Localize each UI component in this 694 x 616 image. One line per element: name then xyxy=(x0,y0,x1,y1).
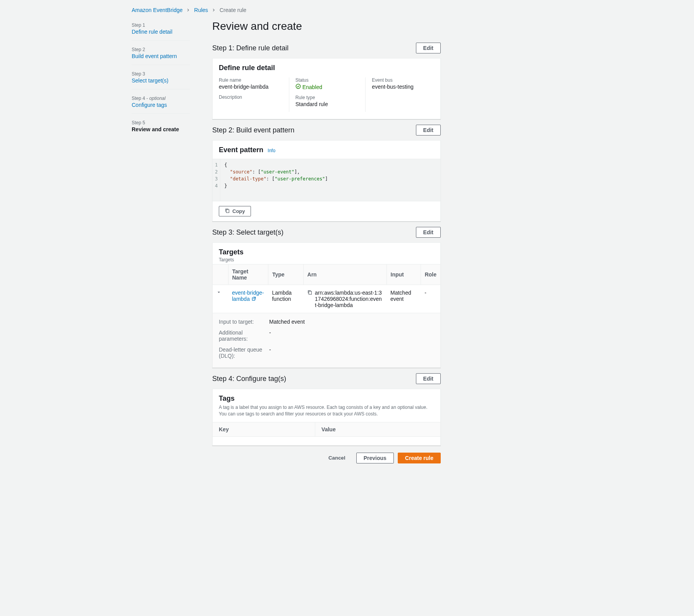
additional-params-value: - xyxy=(269,329,271,342)
col-type: Type xyxy=(268,264,303,285)
code-gutter: 1 2 3 4 xyxy=(213,159,220,201)
chevron-right-icon xyxy=(212,7,216,13)
copy-button[interactable]: Copy xyxy=(219,206,251,216)
status-value: Enabled xyxy=(295,84,358,90)
wizard-actions: Cancel Previous Create rule xyxy=(212,453,441,463)
target-name-link[interactable]: event-bridge-lambda xyxy=(232,290,264,302)
target-role: - xyxy=(421,285,440,313)
info-link[interactable]: Info xyxy=(268,148,275,153)
step2-heading: Step 2: Build event pattern xyxy=(212,126,294,134)
step-num: Step 5 xyxy=(132,120,190,125)
target-type: Lambda function xyxy=(268,285,303,313)
panel-tags: Tags A tag is a label that you assign to… xyxy=(212,389,441,446)
dlq-value: - xyxy=(269,347,271,359)
input-to-target-label: Input to target: xyxy=(219,319,269,325)
cancel-button[interactable]: Cancel xyxy=(321,453,352,463)
col-key: Key xyxy=(213,422,315,436)
sidebar-item-configure-tags[interactable]: Configure tags xyxy=(132,102,190,108)
page-title: Review and create xyxy=(212,20,441,33)
rule-name-label: Rule name xyxy=(219,77,281,83)
previous-button[interactable]: Previous xyxy=(356,453,394,463)
svg-rect-1 xyxy=(226,209,229,213)
target-input: Matched event xyxy=(387,285,421,313)
event-bus-value: event-bus-testing xyxy=(372,84,434,90)
sidebar-item-select-targets[interactable]: Select target(s) xyxy=(132,77,190,84)
main-content: Review and create Step 1: Define rule de… xyxy=(212,20,441,463)
input-to-target-value: Matched event xyxy=(269,319,305,325)
panel-subtitle: Targets xyxy=(219,257,434,263)
sidebar-item-define-rule-detail[interactable]: Define rule detail xyxy=(132,29,190,35)
breadcrumb-current: Create rule xyxy=(220,7,246,13)
status-label: Status xyxy=(295,77,358,83)
description-label: Description xyxy=(219,94,281,100)
svg-rect-2 xyxy=(309,291,311,294)
check-circle-icon xyxy=(295,84,301,90)
dlq-label: Dead-letter queue (DLQ): xyxy=(219,347,269,359)
rule-name-value: event-bridge-lambda xyxy=(219,84,281,90)
targets-table: Target Name Type Arn Input Role xyxy=(213,264,440,313)
target-arn: arn:aws:lambda:us-east-1:317426968024:fu… xyxy=(315,290,383,308)
panel-define-rule-detail: Define rule detail Rule name event-bridg… xyxy=(212,58,441,119)
col-target-name: Target Name xyxy=(228,264,268,285)
event-bus-label: Event bus xyxy=(372,77,434,83)
create-rule-button[interactable]: Create rule xyxy=(398,453,441,463)
col-arn: Arn xyxy=(303,264,387,285)
step-num: Step 2 xyxy=(132,47,190,52)
panel-title: Define rule detail xyxy=(219,64,434,72)
edit-step4-button[interactable]: Edit xyxy=(416,373,441,384)
expand-row-toggle[interactable] xyxy=(216,290,221,296)
rule-type-label: Rule type xyxy=(295,95,358,100)
panel-targets: Targets Targets Target Name Type Arn Inp… xyxy=(212,242,441,368)
tags-description: A tag is a label that you assign to an A… xyxy=(219,404,434,417)
step-num: Step 4 - optional xyxy=(132,96,190,101)
step4-heading: Step 4: Configure tag(s) xyxy=(212,375,286,383)
breadcrumb-link-rules[interactable]: Rules xyxy=(194,7,208,13)
step-num: Step 3 xyxy=(132,71,190,77)
edit-step2-button[interactable]: Edit xyxy=(416,125,441,136)
target-details: Input to target: Matched event Additiona… xyxy=(213,313,440,367)
col-input: Input xyxy=(387,264,421,285)
caret-down-icon xyxy=(216,290,221,295)
step-num: Step 1 xyxy=(132,22,190,28)
code-content: { "source": ["user-event"], "detail-type… xyxy=(220,159,332,201)
wizard-sidebar: Step 1 Define rule detail Step 2 Build e… xyxy=(132,20,190,463)
panel-title: Targets xyxy=(219,248,434,256)
edit-step3-button[interactable]: Edit xyxy=(416,227,441,238)
external-link-icon xyxy=(251,296,256,302)
panel-title: Tags xyxy=(219,395,434,403)
panel-title: Event pattern Info xyxy=(219,146,434,154)
chevron-right-icon xyxy=(186,7,190,13)
breadcrumb-link-service[interactable]: Amazon EventBridge xyxy=(132,7,183,13)
rule-type-value: Standard rule xyxy=(295,101,358,107)
breadcrumb: Amazon EventBridge Rules Create rule xyxy=(119,0,575,16)
sidebar-item-build-event-pattern[interactable]: Build event pattern xyxy=(132,53,190,59)
copy-icon xyxy=(225,208,230,214)
col-value: Value xyxy=(315,422,440,436)
table-row: event-bridge-lambda Lambda function xyxy=(213,285,440,313)
col-role: Role xyxy=(421,264,440,285)
edit-step1-button[interactable]: Edit xyxy=(416,43,441,53)
additional-params-label: Additional parameters: xyxy=(219,329,269,342)
step3-heading: Step 3: Select target(s) xyxy=(212,228,283,237)
tags-table: Key Value xyxy=(213,422,440,437)
panel-event-pattern: Event pattern Info 1 2 3 4 { "source": [… xyxy=(212,140,441,221)
step1-heading: Step 1: Define rule detail xyxy=(212,44,289,52)
sidebar-item-review-and-create: Review and create xyxy=(132,126,190,132)
copy-arn-button[interactable] xyxy=(307,290,313,308)
event-pattern-code: 1 2 3 4 { "source": ["user-event"], "det… xyxy=(213,159,440,201)
